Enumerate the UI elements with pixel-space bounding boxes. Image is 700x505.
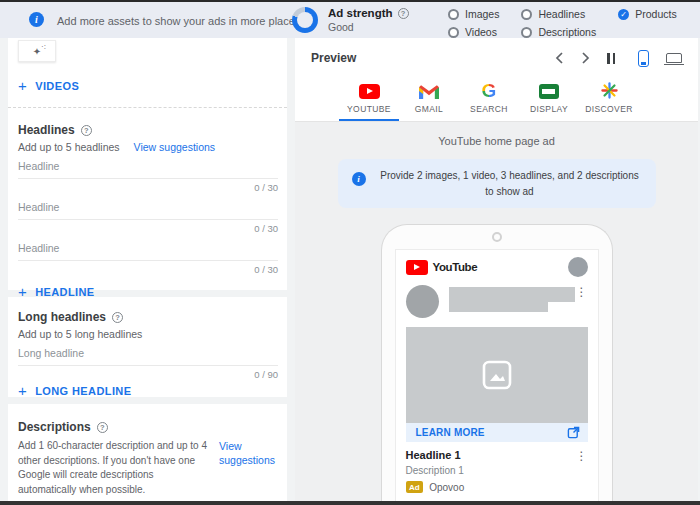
- tab-search[interactable]: G SEARCH: [459, 78, 519, 121]
- help-icon[interactable]: ?: [97, 422, 108, 433]
- youtube-app-header: YouTube: [396, 250, 598, 282]
- phone-mockup: YouTube ⋮: [381, 224, 613, 505]
- ad-strength-label: Ad strength: [328, 7, 393, 19]
- phone-camera-icon: [492, 232, 502, 242]
- asset-option-label: Descriptions: [538, 26, 596, 38]
- pause-icon[interactable]: [607, 53, 615, 64]
- char-counter: 0 / 90: [18, 366, 278, 381]
- google-ads-asset-editor: i Add more assets to show your ads in mo…: [0, 0, 700, 505]
- preview-panel: Preview YOUTUBE: [295, 38, 698, 505]
- char-counter: 0 / 30: [18, 220, 278, 235]
- add-long-headline-label: LONG HEADLINE: [35, 385, 131, 397]
- ad-description: Description 1: [396, 463, 598, 476]
- plus-icon: +: [18, 386, 27, 396]
- circle-checkbox-icon: [521, 9, 532, 20]
- tab-gmail[interactable]: GMAIL: [399, 78, 459, 121]
- tab-label: SEARCH: [470, 104, 508, 114]
- videos-headlines-card: ✦ + VIDEOS Headlines ? Add up to 5 headl…: [8, 38, 287, 290]
- tab-display[interactable]: DISPLAY: [519, 78, 579, 121]
- checkmark-icon: ✓: [618, 9, 629, 20]
- next-preview-button[interactable]: [581, 52, 590, 64]
- preview-header: Preview: [295, 38, 698, 78]
- char-counter: 0 / 30: [18, 179, 278, 194]
- preview-body: YouTube home page ad i Provide 2 images,…: [295, 122, 698, 505]
- requirements-notice-text: Provide 2 images, 1 video, 3 headlines, …: [376, 168, 644, 199]
- cta-label: LEARN MORE: [416, 427, 485, 438]
- long-headlines-subtitle: Add up to 5 long headlines: [18, 328, 142, 340]
- youtube-play-icon: [406, 260, 428, 275]
- youtube-icon: [359, 84, 380, 99]
- more-options-icon[interactable]: ⋮: [576, 449, 588, 463]
- preview-title: Preview: [311, 51, 356, 65]
- asset-option-products[interactable]: ✓ Products: [618, 8, 676, 20]
- asset-option-label: Headlines: [538, 8, 585, 20]
- headline-placeholder: Headline: [18, 160, 278, 179]
- ad-badge: Ad: [406, 481, 424, 493]
- banner-message: Add more assets to show your ads in more…: [57, 15, 303, 27]
- tab-label: GMAIL: [415, 104, 443, 114]
- circle-checkbox-icon: [448, 9, 459, 20]
- descriptions-title: Descriptions: [18, 420, 91, 434]
- asset-editor-panel: ✦ + VIDEOS Headlines ? Add up to 5 headl…: [8, 38, 287, 505]
- desktop-preview-icon[interactable]: [666, 53, 682, 63]
- video-placeholder: [406, 327, 588, 423]
- char-counter: 0 / 30: [18, 261, 278, 276]
- info-icon: i: [352, 172, 366, 186]
- asset-option-label: Videos: [465, 26, 497, 38]
- avatar: [568, 257, 588, 277]
- long-headline-input[interactable]: Long headline 0 / 90: [18, 347, 278, 381]
- headline-input-3[interactable]: Headline 0 / 30: [18, 242, 278, 276]
- add-videos-label: VIDEOS: [35, 80, 79, 92]
- bottom-edge: [0, 501, 700, 505]
- asset-option-images[interactable]: Images: [448, 8, 499, 20]
- help-icon[interactable]: ?: [81, 125, 92, 136]
- ad-strength-value: Good: [328, 21, 409, 33]
- tab-label: YOUTUBE: [347, 104, 391, 114]
- asset-option-label: Images: [465, 8, 499, 20]
- headline-placeholder: Headline: [18, 242, 278, 261]
- help-icon[interactable]: ?: [398, 8, 409, 19]
- help-icon[interactable]: ?: [112, 312, 123, 323]
- descriptions-card: Descriptions ? Add 1 60-character descri…: [8, 404, 287, 505]
- descriptions-help-text: Add 1 60-character description and up to…: [18, 439, 213, 497]
- external-link-icon: [567, 426, 580, 439]
- view-suggestions-link[interactable]: View suggestions: [219, 439, 281, 497]
- headline-input-1[interactable]: Headline 0 / 30: [18, 160, 278, 194]
- asset-option-descriptions[interactable]: Descriptions: [521, 26, 596, 38]
- headline-input-2[interactable]: Headline 0 / 30: [18, 201, 278, 235]
- assets-banner: i Add more assets to show your ads in mo…: [0, 2, 700, 38]
- text-placeholder-bars: [449, 287, 575, 318]
- view-suggestions-link[interactable]: View suggestions: [134, 141, 216, 153]
- tab-label: DISCOVER: [585, 104, 633, 114]
- add-videos-button[interactable]: + VIDEOS: [18, 80, 287, 92]
- asset-option-label: Products: [635, 8, 676, 20]
- mobile-preview-icon[interactable]: [638, 50, 649, 67]
- display-network-icon: [539, 84, 559, 99]
- preview-context-label: YouTube home page ad: [438, 135, 555, 147]
- requirements-notice: i Provide 2 images, 1 video, 3 headlines…: [338, 159, 656, 208]
- image-placeholder-icon: [480, 358, 514, 392]
- top-edge: [0, 0, 700, 2]
- asset-option-videos[interactable]: Videos: [448, 26, 499, 38]
- plus-icon: +: [18, 287, 27, 297]
- suggestion-sparkle-button[interactable]: ✦: [18, 40, 56, 62]
- tab-label: DISPLAY: [530, 104, 568, 114]
- more-options-icon[interactable]: ⋮: [576, 285, 588, 318]
- previous-preview-button[interactable]: [555, 52, 564, 64]
- headlines-title: Headlines: [18, 123, 75, 137]
- ad-headline: Headline 1: [406, 449, 461, 463]
- ad-strength-donut-chart: [292, 7, 318, 33]
- discover-icon: [601, 82, 618, 99]
- learn-more-button[interactable]: LEARN MORE: [406, 423, 588, 442]
- add-long-headline-button[interactable]: + LONG HEADLINE: [18, 385, 287, 397]
- asset-options: Images Videos Headlines Descriptions ✓ P…: [448, 8, 677, 38]
- advertiser-name: Opovoo: [429, 482, 464, 493]
- long-headlines-card: Long headlines ? Add up to 5 long headli…: [8, 297, 287, 397]
- circle-checkbox-icon: [521, 27, 532, 38]
- tab-youtube[interactable]: YOUTUBE: [339, 78, 399, 121]
- preview-channel-tabs: YOUTUBE GMAIL G SEARCH DISPLAY: [295, 78, 698, 122]
- tab-discover[interactable]: DISCOVER: [579, 78, 639, 121]
- asset-option-headlines[interactable]: Headlines: [521, 8, 596, 20]
- headlines-subtitle: Add up to 5 headlines: [18, 141, 120, 153]
- info-icon: i: [29, 12, 44, 27]
